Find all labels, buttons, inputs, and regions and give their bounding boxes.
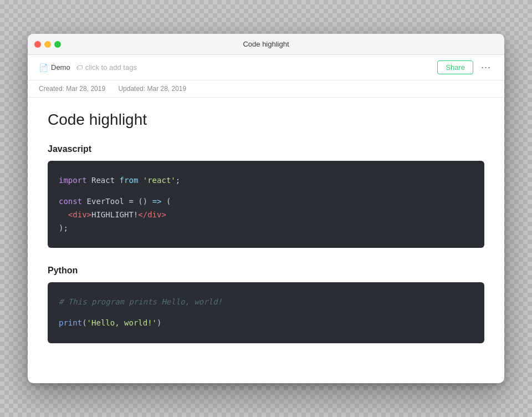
code-line-3: <div>HIGHLIGHT!</div> [59,208,473,222]
code-block-javascript[interactable]: import React from 'react'; const EverToo… [48,161,484,248]
notebook-name: Demo [51,63,70,72]
more-options-button[interactable]: ··· [479,62,493,73]
section-python: Python # This program prints Hello, worl… [48,266,484,343]
created-date: Created: Mar 28, 2019 [39,85,105,93]
window-title: Code highlight [243,40,289,48]
section-javascript: Javascript import React from 'react'; co… [48,144,484,248]
code-blank-py-1 [59,309,473,317]
tags-area[interactable]: 🏷 click to add tags [76,63,137,72]
note-content: Code highlight Javascript import React f… [28,98,504,383]
tags-placeholder: click to add tags [85,63,137,72]
app-window: Code highlight 📄 Demo 🏷 click to add tag… [28,34,504,383]
window-controls [34,41,61,48]
code-line-1: import React from 'react'; [59,174,473,187]
metadata-row: Created: Mar 28, 2019 Updated: Mar 28, 2… [28,80,504,98]
tag-icon: 🏷 [76,64,83,72]
section-heading-python: Python [48,266,484,276]
toolbar: 📄 Demo 🏷 click to add tags Share ··· [28,55,504,80]
notebook-icon: 📄 [39,63,48,72]
close-button[interactable] [34,41,41,48]
code-line-2: const EverTool = () => ( [59,195,473,208]
maximize-button[interactable] [54,41,61,48]
code-line-py-1: # This program prints Hello, world! [59,296,473,309]
code-line-4: ); [59,222,473,235]
notebook-label[interactable]: 📄 Demo [39,63,70,72]
minimize-button[interactable] [44,41,51,48]
share-button[interactable]: Share [437,60,473,74]
code-line-py-2: print('Hello, world!') [59,317,473,330]
updated-date: Updated: Mar 28, 2019 [118,85,186,93]
code-blank-1 [59,187,473,195]
section-heading-javascript: Javascript [48,144,484,154]
note-title: Code highlight [48,111,484,129]
code-block-python[interactable]: # This program prints Hello, world! prin… [48,282,484,343]
titlebar: Code highlight [28,34,504,55]
